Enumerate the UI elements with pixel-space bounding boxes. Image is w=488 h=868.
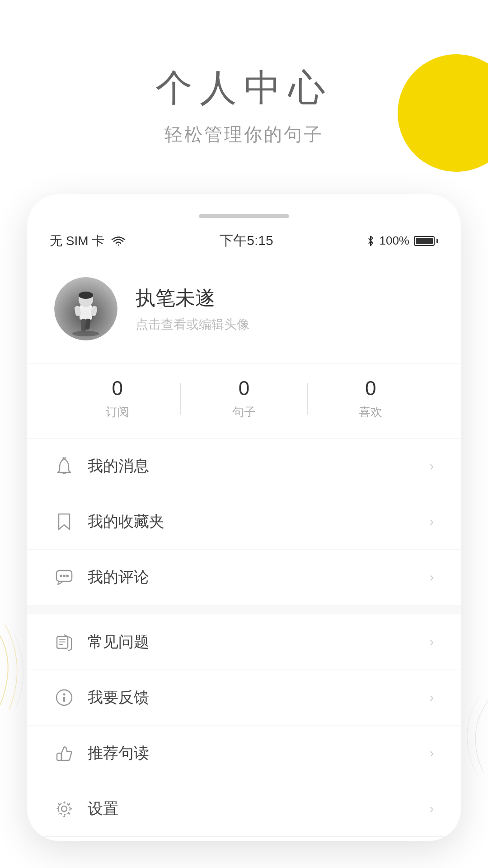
status-left: 无 SIM 卡 (50, 232, 126, 250)
page-header: 个人中心 轻松管理你的句子 (0, 63, 488, 147)
page-subtitle: 轻松管理你的句子 (0, 122, 488, 147)
stat-subscriptions[interactable]: 0 订阅 (54, 377, 180, 420)
sim-text: 无 SIM 卡 (50, 232, 104, 250)
status-right: 100% (366, 234, 438, 248)
battery-percent: 100% (379, 234, 409, 248)
status-time: 下午5:15 (220, 231, 273, 250)
menu-messages-arrow: › (430, 459, 434, 473)
menu-settings-label: 设置 (88, 798, 416, 819)
stat-subscriptions-number: 0 (112, 377, 122, 400)
phone-mockup: 无 SIM 卡 下午5:15 100% (27, 194, 461, 841)
svg-rect-5 (81, 319, 86, 331)
comment-icon (54, 567, 74, 587)
menu-item-feedback[interactable]: 我要反馈 › (27, 670, 461, 726)
status-bar: 无 SIM 卡 下午5:15 100% (27, 218, 461, 259)
wifi-icon (111, 235, 126, 247)
svg-point-13 (66, 575, 69, 577)
stat-subscriptions-label: 订阅 (106, 404, 129, 420)
svg-point-11 (60, 575, 62, 577)
svg-point-12 (63, 575, 66, 577)
profile-name: 执笔未遂 (136, 285, 434, 311)
bookmark-icon (54, 512, 74, 532)
menu-comments-label: 我的评论 (88, 567, 416, 588)
menu-feedback-label: 我要反馈 (88, 687, 416, 708)
menu-group-1: 我的消息 › 我的收藏夹 › (27, 439, 461, 605)
svg-point-19 (61, 806, 67, 811)
menu-faq-label: 常见问题 (88, 632, 416, 652)
menu-faq-arrow: › (430, 635, 434, 649)
tag-icon (54, 632, 74, 652)
svg-point-9 (63, 457, 66, 459)
svg-point-16 (63, 693, 66, 696)
battery-icon (414, 236, 438, 246)
menu-messages-label: 我的消息 (88, 456, 416, 476)
svg-point-1 (72, 331, 99, 336)
svg-rect-17 (63, 697, 65, 702)
bluetooth-icon (366, 235, 375, 247)
menu-favorites-label: 我的收藏夹 (88, 511, 416, 532)
profile-section[interactable]: 执笔未遂 点击查看或编辑头像 (27, 259, 461, 363)
menu-comments-arrow: › (430, 570, 434, 585)
menu-item-recommend[interactable]: 推荐句读 › (27, 726, 461, 781)
stat-likes-number: 0 (365, 377, 376, 400)
bell-icon (54, 456, 74, 476)
menu-favorites-arrow: › (430, 514, 434, 529)
menu-item-comments[interactable]: 我的评论 › (27, 550, 461, 605)
stat-sentences-number: 0 (239, 377, 249, 400)
menu-item-messages[interactable]: 我的消息 › (27, 439, 461, 494)
menu-item-settings[interactable]: 设置 › (27, 781, 461, 836)
menu-recommend-label: 推荐句读 (88, 743, 416, 764)
stat-likes[interactable]: 0 喜欢 (308, 377, 434, 420)
svg-point-4 (79, 292, 93, 299)
info-icon (54, 688, 74, 708)
menu-group-2: 常见问题 › 我要反馈 › 推荐句读 (27, 614, 461, 837)
page-title: 个人中心 (0, 63, 488, 113)
section-gap (27, 605, 461, 614)
svg-rect-2 (80, 305, 92, 320)
home-indicator (199, 214, 289, 218)
profile-info: 执笔未遂 点击查看或编辑头像 (136, 285, 434, 333)
menu-item-faq[interactable]: 常见问题 › (27, 614, 461, 670)
svg-rect-18 (57, 753, 61, 760)
stats-row: 0 订阅 0 句子 0 喜欢 (27, 363, 461, 439)
menu-feedback-arrow: › (430, 690, 434, 705)
stat-sentences[interactable]: 0 句子 (181, 377, 307, 420)
stat-likes-label: 喜欢 (359, 404, 382, 420)
menu-recommend-arrow: › (430, 746, 434, 760)
profile-hint: 点击查看或编辑头像 (136, 316, 434, 333)
menu-settings-arrow: › (430, 802, 434, 816)
avatar[interactable] (54, 277, 117, 340)
thumb-icon (54, 743, 74, 763)
menu-item-favorites[interactable]: 我的收藏夹 › (27, 494, 461, 550)
stat-sentences-label: 句子 (232, 404, 256, 420)
gear-icon (54, 799, 74, 819)
